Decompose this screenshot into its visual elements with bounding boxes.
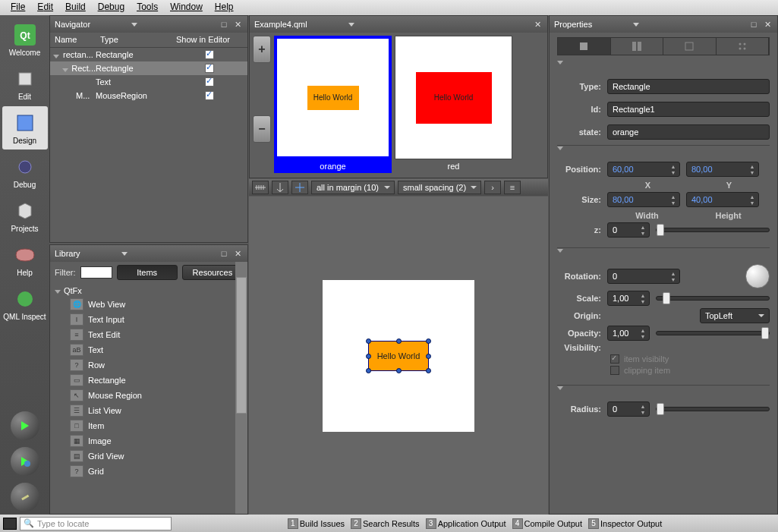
close-icon[interactable]: ✕ — [232, 248, 243, 259]
output-compile[interactable]: 4Compile Output — [511, 518, 584, 529]
library-category[interactable]: QtFx — [55, 285, 243, 297]
menu-debug[interactable]: Debug — [92, 0, 131, 15]
resize-handle[interactable] — [426, 354, 431, 359]
crosshair-button[interactable] — [291, 181, 308, 194]
menu-build[interactable]: Build — [59, 0, 92, 15]
x-spinner[interactable]: 60,00▲▼ — [607, 162, 680, 177]
lib-item[interactable]: ↖Mouse Region — [55, 388, 243, 403]
z-slider[interactable] — [656, 228, 770, 232]
mode-design[interactable]: Design — [2, 106, 48, 150]
close-icon[interactable]: ✕ — [232, 19, 243, 30]
lib-item[interactable]: □Item — [55, 418, 243, 433]
height-spinner[interactable]: 40,00▲▼ — [686, 192, 759, 207]
resize-handle[interactable] — [426, 338, 431, 344]
mode-edit[interactable]: Edit — [2, 62, 48, 105]
z-spinner[interactable]: 0▲▼ — [607, 222, 650, 238]
menu-file[interactable]: File — [5, 0, 31, 15]
anchor-button[interactable] — [272, 181, 288, 194]
menu-button[interactable]: ≡ — [504, 181, 521, 194]
state-card-red[interactable]: Hello World red — [395, 36, 512, 173]
output-build-issues[interactable]: 1Build Issues — [286, 518, 346, 529]
checkbox[interactable] — [205, 64, 214, 73]
radius-spinner[interactable]: 0▲▼ — [607, 401, 650, 417]
mode-welcome[interactable]: Qt Welcome — [2, 18, 48, 61]
tab-layout[interactable] — [611, 38, 664, 55]
lib-item[interactable]: aBText — [55, 342, 243, 357]
resize-handle[interactable] — [366, 354, 371, 359]
collapse-icon[interactable] — [557, 386, 563, 399]
rotation-dial[interactable] — [745, 264, 770, 288]
id-field[interactable]: Rectangle1 — [607, 102, 770, 117]
split-icon[interactable]: □ — [748, 19, 759, 30]
tree-row[interactable]: rectan... Rectangle — [50, 48, 247, 61]
output-application[interactable]: 3Application Output — [424, 518, 508, 529]
spacing-select[interactable]: small spacing (2) — [398, 181, 481, 194]
lib-item[interactable]: 🌐Web View — [55, 297, 243, 312]
resize-handle[interactable] — [366, 338, 371, 344]
opacity-slider[interactable] — [656, 331, 770, 335]
run-debug-button[interactable] — [11, 447, 39, 476]
run-button[interactable] — [11, 411, 39, 440]
lib-item[interactable]: ?Grid — [55, 464, 243, 479]
scrollbar[interactable] — [235, 262, 247, 514]
lib-item[interactable]: ▦Image — [55, 433, 243, 449]
nav-header-show[interactable]: Show in Editor — [172, 33, 247, 47]
canvas-root[interactable]: Hello World — [323, 280, 474, 432]
library-dropdown[interactable] — [121, 252, 128, 256]
lib-item[interactable]: ☰List View — [55, 403, 243, 418]
y-spinner[interactable]: 80,00▲▼ — [686, 162, 759, 177]
close-icon[interactable]: ✕ — [762, 19, 773, 30]
snap-button[interactable] — [252, 181, 269, 194]
mode-help[interactable]: Help — [2, 238, 48, 282]
state-card-orange[interactable]: Hello World orange — [274, 36, 392, 173]
resize-handle[interactable] — [396, 338, 402, 344]
tab-resources[interactable]: Resources — [182, 265, 243, 280]
lib-item[interactable]: ≡Text Edit — [55, 327, 243, 342]
collapse-icon[interactable] — [557, 61, 563, 74]
menu-help[interactable]: Help — [209, 0, 240, 15]
nav-header-name[interactable]: Name — [50, 33, 96, 47]
canvas[interactable]: Hello World — [249, 197, 548, 515]
rotation-spinner[interactable]: 0▲▼ — [607, 269, 680, 284]
build-button[interactable] — [11, 483, 39, 512]
menu-window[interactable]: Window — [164, 0, 209, 15]
close-icon[interactable]: ✕ — [532, 19, 543, 30]
output-inspector[interactable]: 5Inspector Output — [587, 518, 663, 529]
output-search-results[interactable]: 2Search Results — [349, 518, 421, 529]
lib-item[interactable]: IText Input — [55, 312, 243, 327]
nav-header-type[interactable]: Type — [96, 33, 172, 47]
menu-edit[interactable]: Edit — [31, 0, 59, 15]
zoom-out-button[interactable]: − — [253, 115, 271, 143]
checkbox[interactable] — [205, 50, 214, 59]
locator-input[interactable]: 🔍 Type to locate — [20, 517, 172, 530]
arrow-button[interactable]: › — [484, 181, 501, 194]
scale-spinner[interactable]: 1,00▲▼ — [607, 291, 650, 306]
tree-row[interactable]: Rect... Rectangle — [50, 61, 247, 75]
filter-input[interactable] — [80, 266, 112, 279]
margin-select[interactable]: all in margin (10) — [311, 181, 395, 194]
lib-item[interactable]: ?Row — [55, 357, 243, 373]
navigator-dropdown[interactable] — [131, 23, 137, 27]
clipping-checkbox[interactable] — [610, 366, 619, 375]
zoom-in-button[interactable]: + — [253, 36, 271, 63]
collapse-icon[interactable] — [557, 249, 563, 262]
mode-projects[interactable]: Projects — [2, 194, 48, 238]
resize-handle[interactable] — [426, 368, 431, 373]
scale-slider[interactable] — [656, 296, 770, 301]
tab-items[interactable]: Items — [117, 265, 178, 280]
resize-handle[interactable] — [366, 368, 371, 373]
tree-row[interactable]: Text — [50, 75, 247, 89]
lib-item[interactable]: ▭Rectangle — [55, 373, 243, 388]
output-toggle[interactable] — [3, 518, 17, 530]
collapse-icon[interactable] — [557, 146, 563, 159]
split-icon[interactable]: □ — [219, 248, 229, 259]
split-icon[interactable]: □ — [219, 19, 229, 30]
expand-icon[interactable] — [53, 51, 61, 59]
file-dropdown[interactable] — [348, 23, 354, 27]
origin-combo[interactable]: TopLeft — [700, 308, 770, 323]
opacity-spinner[interactable]: 1,00▲▼ — [607, 326, 650, 341]
checkbox[interactable] — [205, 91, 214, 100]
tab-advanced[interactable] — [663, 38, 717, 55]
state-field[interactable]: orange — [607, 124, 770, 140]
expand-icon[interactable] — [62, 65, 70, 73]
